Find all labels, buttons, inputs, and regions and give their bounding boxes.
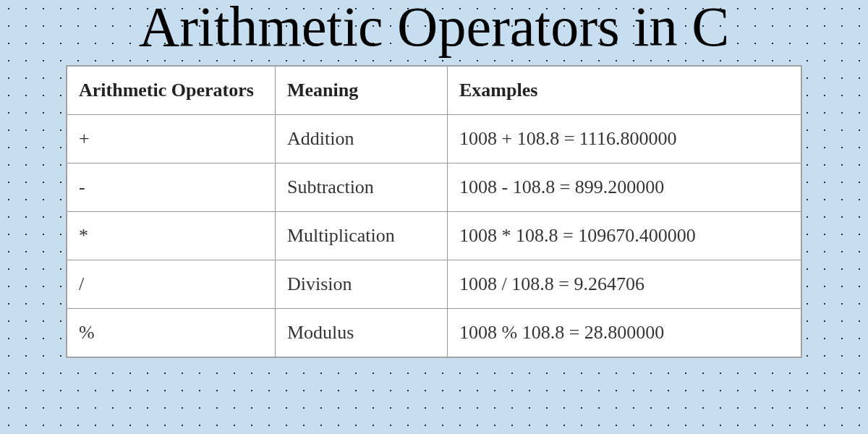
cell-operator: - bbox=[67, 163, 276, 212]
cell-example: 1008 - 108.8 = 899.200000 bbox=[448, 163, 801, 212]
cell-example: 1008 + 108.8 = 1116.800000 bbox=[448, 115, 801, 163]
table-row: - Subtraction 1008 - 108.8 = 899.200000 bbox=[67, 163, 801, 212]
operators-table: Arithmetic Operators Meaning Examples + … bbox=[67, 66, 801, 357]
operators-table-container: Arithmetic Operators Meaning Examples + … bbox=[66, 65, 802, 358]
cell-meaning: Addition bbox=[276, 115, 448, 163]
cell-meaning: Division bbox=[276, 260, 448, 309]
cell-operator: + bbox=[67, 115, 276, 163]
cell-meaning: Modulus bbox=[276, 309, 448, 357]
header-operator: Arithmetic Operators bbox=[67, 67, 276, 115]
cell-example: 1008 / 108.8 = 9.264706 bbox=[448, 260, 801, 309]
cell-operator: / bbox=[67, 260, 276, 309]
cell-operator: * bbox=[67, 212, 276, 260]
table-row: + Addition 1008 + 108.8 = 1116.800000 bbox=[67, 115, 801, 163]
page-title: Arithmetic Operators in C bbox=[0, 0, 868, 55]
table-row: % Modulus 1008 % 108.8 = 28.800000 bbox=[67, 309, 801, 357]
cell-operator: % bbox=[67, 309, 276, 357]
table-header-row: Arithmetic Operators Meaning Examples bbox=[67, 67, 801, 115]
table-row: / Division 1008 / 108.8 = 9.264706 bbox=[67, 260, 801, 309]
cell-example: 1008 * 108.8 = 109670.400000 bbox=[448, 212, 801, 260]
cell-meaning: Subtraction bbox=[276, 163, 448, 212]
cell-meaning: Multiplication bbox=[276, 212, 448, 260]
header-examples: Examples bbox=[448, 67, 801, 115]
cell-example: 1008 % 108.8 = 28.800000 bbox=[448, 309, 801, 357]
table-row: * Multiplication 1008 * 108.8 = 109670.4… bbox=[67, 212, 801, 260]
header-meaning: Meaning bbox=[276, 67, 448, 115]
